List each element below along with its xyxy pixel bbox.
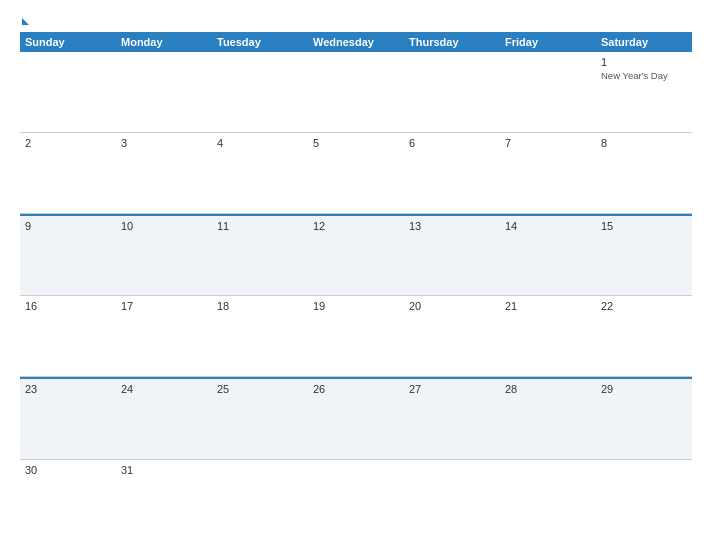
cell-date-number: 10: [121, 220, 207, 232]
calendar-cell-r4-c5: 20: [404, 296, 500, 376]
calendar-cell-r1-c5: [404, 52, 500, 132]
cell-date-number: 8: [601, 137, 687, 149]
cell-date-number: 1: [601, 56, 687, 68]
calendar-cell-r2-c3: 4: [212, 133, 308, 213]
cell-event-label: New Year's Day: [601, 70, 687, 82]
calendar-row-3: 9101112131415: [20, 214, 692, 297]
calendar-cell-r5-c6: 28: [500, 379, 596, 459]
calendar-cell-r3-c5: 13: [404, 216, 500, 296]
logo-blue-row: [20, 18, 29, 26]
calendar-cell-r4-c7: 22: [596, 296, 692, 376]
calendar-cell-r6-c1: 30: [20, 460, 116, 540]
cell-date-number: 5: [313, 137, 399, 149]
cell-date-number: 15: [601, 220, 687, 232]
calendar-cell-r6-c7: [596, 460, 692, 540]
cell-date-number: 13: [409, 220, 495, 232]
calendar-cell-r2-c7: 8: [596, 133, 692, 213]
calendar-cell-r6-c4: [308, 460, 404, 540]
calendar-row-6: 3031: [20, 460, 692, 540]
cell-date-number: 18: [217, 300, 303, 312]
calendar-cell-r2-c6: 7: [500, 133, 596, 213]
cell-date-number: 16: [25, 300, 111, 312]
day-header-wednesday: Wednesday: [308, 32, 404, 52]
calendar-cell-r5-c5: 27: [404, 379, 500, 459]
cell-date-number: 30: [25, 464, 111, 476]
calendar-cell-r3-c4: 12: [308, 216, 404, 296]
cell-date-number: 4: [217, 137, 303, 149]
cell-date-number: 21: [505, 300, 591, 312]
calendar-row-4: 16171819202122: [20, 296, 692, 377]
calendar-cell-r5-c1: 23: [20, 379, 116, 459]
days-header: Sunday Monday Tuesday Wednesday Thursday…: [20, 32, 692, 52]
day-header-sunday: Sunday: [20, 32, 116, 52]
calendar: Sunday Monday Tuesday Wednesday Thursday…: [20, 32, 692, 540]
calendar-cell-r5-c2: 24: [116, 379, 212, 459]
calendar-cell-r1-c2: [116, 52, 212, 132]
day-header-thursday: Thursday: [404, 32, 500, 52]
calendar-cell-r1-c6: [500, 52, 596, 132]
calendar-cell-r2-c4: 5: [308, 133, 404, 213]
logo: [20, 18, 29, 26]
cell-date-number: 22: [601, 300, 687, 312]
calendar-grid: 1New Year's Day2345678910111213141516171…: [20, 52, 692, 540]
cell-date-number: 26: [313, 383, 399, 395]
calendar-cell-r6-c2: 31: [116, 460, 212, 540]
cell-date-number: 28: [505, 383, 591, 395]
cell-date-number: 9: [25, 220, 111, 232]
calendar-cell-r5-c3: 25: [212, 379, 308, 459]
day-header-saturday: Saturday: [596, 32, 692, 52]
calendar-cell-r1-c7: 1New Year's Day: [596, 52, 692, 132]
cell-date-number: 12: [313, 220, 399, 232]
calendar-cell-r3-c2: 10: [116, 216, 212, 296]
calendar-cell-r6-c5: [404, 460, 500, 540]
cell-date-number: 2: [25, 137, 111, 149]
day-header-tuesday: Tuesday: [212, 32, 308, 52]
calendar-cell-r5-c7: 29: [596, 379, 692, 459]
calendar-cell-r4-c6: 21: [500, 296, 596, 376]
cell-date-number: 27: [409, 383, 495, 395]
cell-date-number: 7: [505, 137, 591, 149]
cell-date-number: 31: [121, 464, 207, 476]
calendar-row-5: 23242526272829: [20, 377, 692, 460]
calendar-cell-r4-c1: 16: [20, 296, 116, 376]
cell-date-number: 24: [121, 383, 207, 395]
calendar-cell-r6-c3: [212, 460, 308, 540]
calendar-cell-r1-c1: [20, 52, 116, 132]
cell-date-number: 29: [601, 383, 687, 395]
day-header-friday: Friday: [500, 32, 596, 52]
cell-date-number: 14: [505, 220, 591, 232]
calendar-row-1: 1New Year's Day: [20, 52, 692, 133]
cell-date-number: 23: [25, 383, 111, 395]
calendar-page: Sunday Monday Tuesday Wednesday Thursday…: [0, 0, 712, 550]
calendar-cell-r1-c4: [308, 52, 404, 132]
cell-date-number: 25: [217, 383, 303, 395]
calendar-cell-r2-c2: 3: [116, 133, 212, 213]
calendar-cell-r4-c3: 18: [212, 296, 308, 376]
calendar-cell-r4-c2: 17: [116, 296, 212, 376]
calendar-cell-r5-c4: 26: [308, 379, 404, 459]
calendar-cell-r3-c7: 15: [596, 216, 692, 296]
logo-triangle-icon: [22, 18, 29, 25]
cell-date-number: 17: [121, 300, 207, 312]
calendar-cell-r2-c1: 2: [20, 133, 116, 213]
calendar-row-2: 2345678: [20, 133, 692, 214]
calendar-cell-r3-c3: 11: [212, 216, 308, 296]
calendar-cell-r6-c6: [500, 460, 596, 540]
calendar-cell-r3-c1: 9: [20, 216, 116, 296]
day-header-monday: Monday: [116, 32, 212, 52]
cell-date-number: 20: [409, 300, 495, 312]
calendar-cell-r2-c5: 6: [404, 133, 500, 213]
cell-date-number: 6: [409, 137, 495, 149]
header: [20, 18, 692, 26]
cell-date-number: 19: [313, 300, 399, 312]
calendar-cell-r4-c4: 19: [308, 296, 404, 376]
cell-date-number: 3: [121, 137, 207, 149]
calendar-cell-r1-c3: [212, 52, 308, 132]
calendar-cell-r3-c6: 14: [500, 216, 596, 296]
cell-date-number: 11: [217, 220, 303, 232]
